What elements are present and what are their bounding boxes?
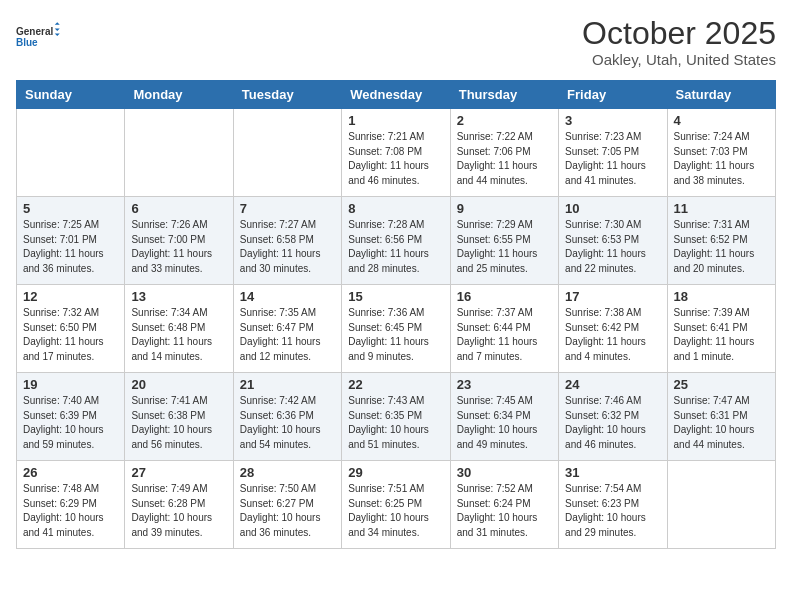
page-container: General Blue October 2025 Oakley, Utah, … [0, 0, 792, 561]
day-info: Sunrise: 7:42 AM Sunset: 6:36 PM Dayligh… [240, 394, 335, 452]
day-number: 26 [23, 465, 118, 480]
day-info: Sunrise: 7:27 AM Sunset: 6:58 PM Dayligh… [240, 218, 335, 276]
day-info: Sunrise: 7:36 AM Sunset: 6:45 PM Dayligh… [348, 306, 443, 364]
calendar-cell-w1-d3 [233, 109, 341, 197]
day-number: 30 [457, 465, 552, 480]
day-info: Sunrise: 7:23 AM Sunset: 7:05 PM Dayligh… [565, 130, 660, 188]
day-info: Sunrise: 7:28 AM Sunset: 6:56 PM Dayligh… [348, 218, 443, 276]
day-number: 15 [348, 289, 443, 304]
calendar-cell-w5-d2: 27Sunrise: 7:49 AM Sunset: 6:28 PM Dayli… [125, 461, 233, 549]
day-info: Sunrise: 7:22 AM Sunset: 7:06 PM Dayligh… [457, 130, 552, 188]
calendar-cell-w4-d6: 24Sunrise: 7:46 AM Sunset: 6:32 PM Dayli… [559, 373, 667, 461]
calendar-cell-w5-d3: 28Sunrise: 7:50 AM Sunset: 6:27 PM Dayli… [233, 461, 341, 549]
day-number: 6 [131, 201, 226, 216]
day-number: 19 [23, 377, 118, 392]
day-info: Sunrise: 7:49 AM Sunset: 6:28 PM Dayligh… [131, 482, 226, 540]
day-info: Sunrise: 7:54 AM Sunset: 6:23 PM Dayligh… [565, 482, 660, 540]
day-info: Sunrise: 7:32 AM Sunset: 6:50 PM Dayligh… [23, 306, 118, 364]
day-number: 23 [457, 377, 552, 392]
day-info: Sunrise: 7:31 AM Sunset: 6:52 PM Dayligh… [674, 218, 769, 276]
title-block: October 2025 Oakley, Utah, United States [582, 16, 776, 68]
day-info: Sunrise: 7:39 AM Sunset: 6:41 PM Dayligh… [674, 306, 769, 364]
col-sunday: Sunday [17, 81, 125, 109]
day-info: Sunrise: 7:40 AM Sunset: 6:39 PM Dayligh… [23, 394, 118, 452]
calendar-cell-w2-d5: 9Sunrise: 7:29 AM Sunset: 6:55 PM Daylig… [450, 197, 558, 285]
calendar-week-4: 19Sunrise: 7:40 AM Sunset: 6:39 PM Dayli… [17, 373, 776, 461]
calendar-cell-w4-d7: 25Sunrise: 7:47 AM Sunset: 6:31 PM Dayli… [667, 373, 775, 461]
calendar-week-5: 26Sunrise: 7:48 AM Sunset: 6:29 PM Dayli… [17, 461, 776, 549]
day-info: Sunrise: 7:34 AM Sunset: 6:48 PM Dayligh… [131, 306, 226, 364]
day-number: 11 [674, 201, 769, 216]
calendar-cell-w4-d1: 19Sunrise: 7:40 AM Sunset: 6:39 PM Dayli… [17, 373, 125, 461]
col-tuesday: Tuesday [233, 81, 341, 109]
col-saturday: Saturday [667, 81, 775, 109]
svg-marker-3 [55, 29, 60, 32]
calendar-cell-w2-d2: 6Sunrise: 7:26 AM Sunset: 7:00 PM Daylig… [125, 197, 233, 285]
day-info: Sunrise: 7:37 AM Sunset: 6:44 PM Dayligh… [457, 306, 552, 364]
day-info: Sunrise: 7:43 AM Sunset: 6:35 PM Dayligh… [348, 394, 443, 452]
calendar-cell-w3-d1: 12Sunrise: 7:32 AM Sunset: 6:50 PM Dayli… [17, 285, 125, 373]
calendar-cell-w3-d5: 16Sunrise: 7:37 AM Sunset: 6:44 PM Dayli… [450, 285, 558, 373]
svg-text:General: General [16, 26, 53, 37]
day-number: 29 [348, 465, 443, 480]
day-info: Sunrise: 7:50 AM Sunset: 6:27 PM Dayligh… [240, 482, 335, 540]
day-number: 5 [23, 201, 118, 216]
calendar-cell-w4-d5: 23Sunrise: 7:45 AM Sunset: 6:34 PM Dayli… [450, 373, 558, 461]
calendar-week-2: 5Sunrise: 7:25 AM Sunset: 7:01 PM Daylig… [17, 197, 776, 285]
calendar-cell-w1-d5: 2Sunrise: 7:22 AM Sunset: 7:06 PM Daylig… [450, 109, 558, 197]
calendar-cell-w5-d6: 31Sunrise: 7:54 AM Sunset: 6:23 PM Dayli… [559, 461, 667, 549]
calendar-cell-w1-d1 [17, 109, 125, 197]
day-info: Sunrise: 7:24 AM Sunset: 7:03 PM Dayligh… [674, 130, 769, 188]
calendar-cell-w1-d4: 1Sunrise: 7:21 AM Sunset: 7:08 PM Daylig… [342, 109, 450, 197]
logo-svg: General Blue [16, 16, 66, 56]
day-info: Sunrise: 7:48 AM Sunset: 6:29 PM Dayligh… [23, 482, 118, 540]
day-number: 8 [348, 201, 443, 216]
calendar-cell-w2-d7: 11Sunrise: 7:31 AM Sunset: 6:52 PM Dayli… [667, 197, 775, 285]
calendar-cell-w2-d3: 7Sunrise: 7:27 AM Sunset: 6:58 PM Daylig… [233, 197, 341, 285]
day-number: 31 [565, 465, 660, 480]
calendar-cell-w5-d4: 29Sunrise: 7:51 AM Sunset: 6:25 PM Dayli… [342, 461, 450, 549]
calendar-cell-w2-d4: 8Sunrise: 7:28 AM Sunset: 6:56 PM Daylig… [342, 197, 450, 285]
day-number: 9 [457, 201, 552, 216]
day-info: Sunrise: 7:41 AM Sunset: 6:38 PM Dayligh… [131, 394, 226, 452]
calendar-week-3: 12Sunrise: 7:32 AM Sunset: 6:50 PM Dayli… [17, 285, 776, 373]
day-number: 10 [565, 201, 660, 216]
svg-marker-4 [55, 34, 60, 37]
day-number: 13 [131, 289, 226, 304]
day-info: Sunrise: 7:35 AM Sunset: 6:47 PM Dayligh… [240, 306, 335, 364]
calendar-cell-w3-d4: 15Sunrise: 7:36 AM Sunset: 6:45 PM Dayli… [342, 285, 450, 373]
day-info: Sunrise: 7:38 AM Sunset: 6:42 PM Dayligh… [565, 306, 660, 364]
col-wednesday: Wednesday [342, 81, 450, 109]
day-number: 12 [23, 289, 118, 304]
calendar-week-1: 1Sunrise: 7:21 AM Sunset: 7:08 PM Daylig… [17, 109, 776, 197]
day-number: 3 [565, 113, 660, 128]
calendar-cell-w5-d7 [667, 461, 775, 549]
calendar-cell-w1-d7: 4Sunrise: 7:24 AM Sunset: 7:03 PM Daylig… [667, 109, 775, 197]
calendar-cell-w3-d6: 17Sunrise: 7:38 AM Sunset: 6:42 PM Dayli… [559, 285, 667, 373]
col-friday: Friday [559, 81, 667, 109]
day-info: Sunrise: 7:47 AM Sunset: 6:31 PM Dayligh… [674, 394, 769, 452]
day-number: 16 [457, 289, 552, 304]
calendar-cell-w3-d3: 14Sunrise: 7:35 AM Sunset: 6:47 PM Dayli… [233, 285, 341, 373]
calendar-cell-w5-d1: 26Sunrise: 7:48 AM Sunset: 6:29 PM Dayli… [17, 461, 125, 549]
calendar-cell-w2-d6: 10Sunrise: 7:30 AM Sunset: 6:53 PM Dayli… [559, 197, 667, 285]
calendar-cell-w3-d7: 18Sunrise: 7:39 AM Sunset: 6:41 PM Dayli… [667, 285, 775, 373]
day-number: 22 [348, 377, 443, 392]
day-number: 4 [674, 113, 769, 128]
svg-text:Blue: Blue [16, 37, 38, 48]
day-number: 1 [348, 113, 443, 128]
calendar-cell-w1-d2 [125, 109, 233, 197]
calendar-cell-w1-d6: 3Sunrise: 7:23 AM Sunset: 7:05 PM Daylig… [559, 109, 667, 197]
calendar-cell-w4-d2: 20Sunrise: 7:41 AM Sunset: 6:38 PM Dayli… [125, 373, 233, 461]
day-number: 17 [565, 289, 660, 304]
col-thursday: Thursday [450, 81, 558, 109]
calendar-cell-w4-d3: 21Sunrise: 7:42 AM Sunset: 6:36 PM Dayli… [233, 373, 341, 461]
day-info: Sunrise: 7:21 AM Sunset: 7:08 PM Dayligh… [348, 130, 443, 188]
page-header: General Blue October 2025 Oakley, Utah, … [16, 16, 776, 68]
day-number: 25 [674, 377, 769, 392]
day-info: Sunrise: 7:29 AM Sunset: 6:55 PM Dayligh… [457, 218, 552, 276]
day-info: Sunrise: 7:26 AM Sunset: 7:00 PM Dayligh… [131, 218, 226, 276]
calendar-cell-w5-d5: 30Sunrise: 7:52 AM Sunset: 6:24 PM Dayli… [450, 461, 558, 549]
calendar-table: Sunday Monday Tuesday Wednesday Thursday… [16, 80, 776, 549]
calendar-cell-w3-d2: 13Sunrise: 7:34 AM Sunset: 6:48 PM Dayli… [125, 285, 233, 373]
